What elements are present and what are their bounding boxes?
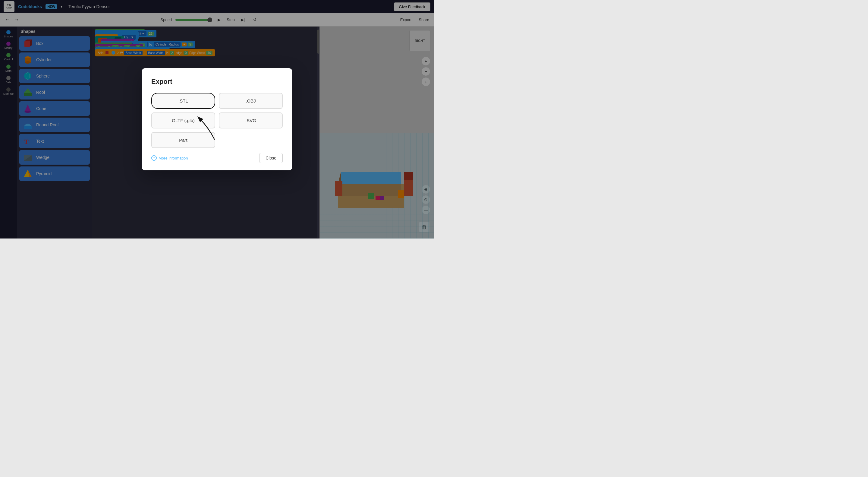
export-obj-button[interactable]: .OBJ [219, 93, 283, 109]
export-options-grid: .STL .OBJ GLTF (.glb) .SVG Part [151, 93, 283, 148]
close-button[interactable]: Close [259, 153, 283, 163]
modal-overlay[interactable]: Export .STL .OBJ GLTF (.glb) .SVG Part [0, 0, 434, 239]
modal-footer: ? More information Close [151, 153, 283, 163]
export-gltf-button[interactable]: GLTF (.glb) [151, 113, 215, 128]
export-part-button[interactable]: Part [151, 132, 215, 148]
export-svg-button[interactable]: .SVG [219, 113, 283, 128]
info-icon: ? [151, 155, 157, 161]
modal-title: Export [151, 78, 283, 86]
export-stl-button[interactable]: .STL [151, 93, 215, 109]
more-info-link[interactable]: ? More information [151, 155, 188, 161]
export-modal: Export .STL .OBJ GLTF (.glb) .SVG Part [142, 68, 292, 170]
